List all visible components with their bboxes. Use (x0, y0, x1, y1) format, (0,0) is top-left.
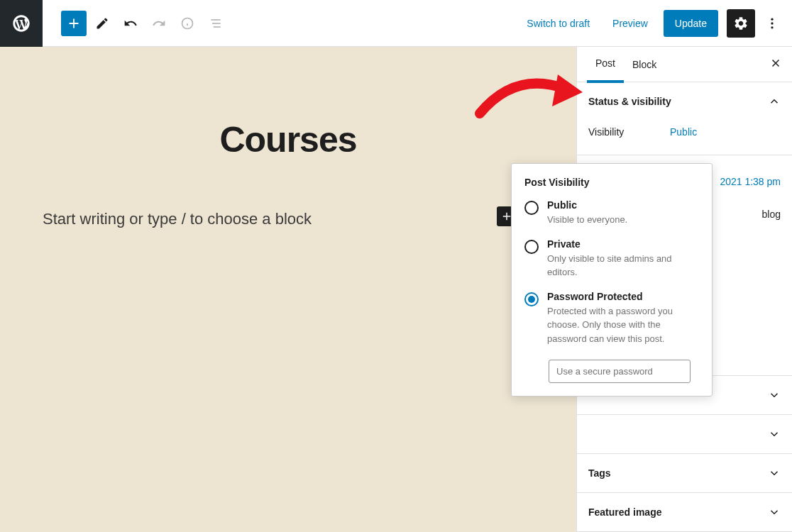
info-icon[interactable] (175, 11, 200, 36)
panel-title: Tags (588, 467, 611, 479)
radio-password-protected[interactable] (524, 292, 539, 306)
popover-title: Post Visibility (524, 177, 699, 188)
panel-collapsed-2[interactable] (577, 415, 792, 453)
visibility-label: Visibility (588, 126, 670, 138)
chevron-down-icon (768, 467, 781, 480)
option-desc: Protected with a password you choose. On… (547, 304, 699, 346)
status-visibility-header[interactable]: Status & visibility (577, 82, 792, 121)
switch-to-draft-button[interactable]: Switch to draft (519, 12, 597, 35)
visibility-option-private[interactable]: Private Only visible to site admins and … (524, 238, 699, 279)
chevron-up-icon (768, 95, 781, 108)
block-placeholder[interactable]: Start writing or type / to choose a bloc… (43, 210, 534, 228)
chevron-down-icon (768, 389, 781, 401)
outline-icon[interactable] (203, 11, 229, 36)
panel-title: Status & visibility (588, 96, 671, 107)
preview-button[interactable]: Preview (605, 12, 655, 35)
visibility-option-public[interactable]: Public Visible to everyone. (524, 199, 699, 227)
publish-date-value[interactable]: 2021 1:38 pm (720, 176, 781, 187)
tab-block[interactable]: Block (624, 48, 665, 82)
password-input[interactable] (549, 360, 691, 383)
svg-point-7 (771, 22, 773, 24)
visibility-option-password[interactable]: Password Protected Protected with a pass… (524, 291, 699, 346)
radio-public[interactable] (524, 201, 539, 215)
option-label: Private (547, 238, 699, 250)
chevron-down-icon (768, 428, 781, 440)
page-title[interactable]: Courses (43, 119, 534, 160)
chevron-down-icon (768, 506, 781, 519)
add-block-button[interactable] (61, 11, 87, 36)
option-label: Password Protected (547, 291, 699, 302)
undo-icon[interactable] (118, 11, 143, 36)
visibility-value[interactable]: Public (670, 126, 697, 138)
edit-icon[interactable] (89, 11, 115, 36)
featured-image-panel-header[interactable]: Featured image (577, 493, 792, 531)
option-desc: Visible to everyone. (547, 213, 699, 227)
post-format-value: blog (762, 209, 781, 220)
post-visibility-popover: Post Visibility Public Visible to everyo… (511, 163, 713, 397)
wordpress-logo[interactable] (0, 0, 43, 47)
close-sidebar-button[interactable] (769, 57, 782, 72)
tags-panel-header[interactable]: Tags (577, 454, 792, 492)
top-toolbar: Switch to draft Preview Update (0, 0, 792, 47)
tab-post[interactable]: Post (587, 47, 624, 83)
settings-button[interactable] (727, 9, 755, 38)
status-visibility-panel: Status & visibility Visibility Public (577, 82, 792, 155)
svg-point-6 (771, 18, 773, 20)
option-desc: Only visible to site admins and editors. (547, 252, 699, 279)
panel-title: Featured image (588, 506, 661, 518)
redo-icon (146, 11, 172, 36)
editor-canvas[interactable]: Courses Start writing or type / to choos… (0, 47, 576, 532)
radio-private[interactable] (524, 240, 539, 254)
update-button[interactable]: Update (664, 10, 718, 37)
option-label: Public (547, 199, 699, 211)
more-options-button[interactable] (764, 11, 781, 36)
svg-point-8 (771, 26, 773, 28)
